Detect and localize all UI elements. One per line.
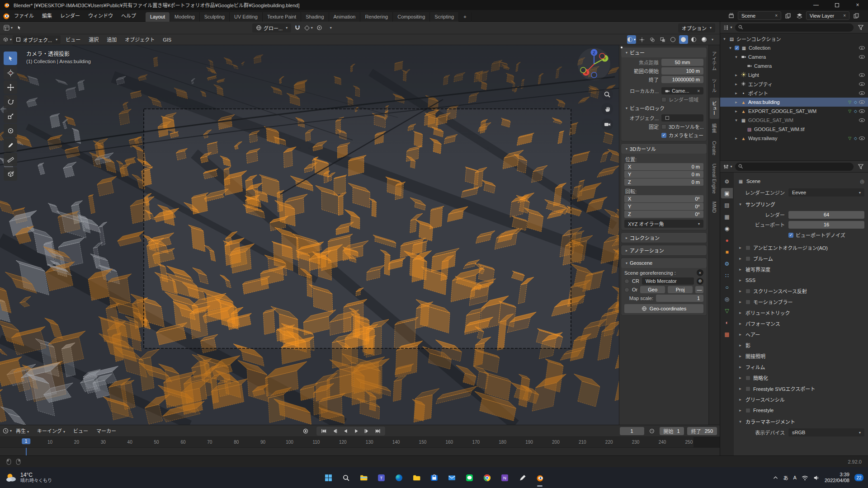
editor-type-icon[interactable]: ▾: [3, 35, 12, 44]
map-scale-field[interactable]: 1: [656, 295, 703, 302]
cursor-rotation-z-field[interactable]: Z0°: [624, 211, 703, 218]
collections-header[interactable]: ▸コレクション: [621, 233, 707, 243]
caret-down-icon[interactable]: ▾: [734, 55, 739, 59]
prop-section-9[interactable]: ▸影: [738, 340, 864, 351]
clip-start-field[interactable]: 100 m: [661, 67, 703, 75]
tool-measure[interactable]: [4, 153, 17, 166]
outliner-search-input[interactable]: [735, 23, 854, 32]
axis-y-neg-ball[interactable]: [580, 67, 586, 73]
properties-tab-output[interactable]: ▤: [721, 200, 733, 210]
timeline-menu-2[interactable]: ビュー: [69, 427, 92, 436]
pan-hand-button[interactable]: [601, 103, 613, 115]
origin-radio[interactable]: [624, 287, 629, 292]
previous-keyframe-button[interactable]: [330, 427, 340, 435]
lock-object-field[interactable]: [661, 114, 703, 122]
outliner-row-1[interactable]: ▾✓▦Collection: [720, 43, 868, 52]
outliner-row-7[interactable]: ▸▲Areas:building▽◇: [720, 98, 868, 107]
mode-dropdown[interactable]: オブジェク...▾: [13, 35, 61, 44]
workspace-tab-uv-editing[interactable]: UV Editing: [230, 12, 263, 22]
visibility-eye-icon[interactable]: [859, 118, 865, 122]
render-region-checkbox[interactable]: [661, 97, 666, 102]
caret-down-icon[interactable]: ▾: [722, 37, 727, 41]
sidebar-tab-3[interactable]: 編集: [710, 120, 719, 136]
workspace-tab-shading[interactable]: Shading: [301, 12, 329, 22]
visibility-eye-icon[interactable]: [859, 91, 865, 95]
local-camera-field[interactable]: Came...×: [661, 87, 703, 94]
visibility-eye-icon[interactable]: [859, 55, 865, 59]
frame-end-field[interactable]: 終了250: [687, 427, 717, 435]
properties-editor-icon[interactable]: ▾: [723, 162, 732, 171]
view-lock-header[interactable]: ▾ビューのロック: [621, 103, 707, 113]
use-preview-range-icon[interactable]: [647, 427, 656, 435]
taskbar-icon-chrome[interactable]: [481, 472, 492, 483]
filter-funnel-icon[interactable]: [856, 162, 865, 171]
camera-to-view-checkbox[interactable]: ✓: [661, 133, 666, 138]
options-dropdown[interactable]: オプション▾: [678, 23, 715, 33]
section-checkbox[interactable]: [745, 386, 750, 391]
caret-right-icon[interactable]: ▸: [734, 100, 739, 104]
taskbar-icon-folder[interactable]: [411, 472, 422, 483]
notification-badge[interactable]: 22: [854, 474, 863, 481]
object-visibility-dropdown[interactable]: ▾: [627, 35, 636, 44]
prop-section-14[interactable]: ▸グリースペンシル: [738, 394, 864, 405]
visibility-eye-icon[interactable]: [859, 73, 865, 77]
visibility-eye-icon[interactable]: [859, 82, 865, 86]
xray-toggle-icon[interactable]: [658, 35, 667, 44]
unlink-scene-icon[interactable]: ×: [775, 13, 778, 18]
outliner-row-3[interactable]: Camera: [720, 61, 868, 70]
speaker-icon[interactable]: [813, 475, 820, 481]
topbar-menu-4[interactable]: ヘルプ: [117, 11, 140, 20]
cursor-location-y-field[interactable]: Y0 m: [624, 171, 703, 178]
tool-transform[interactable]: [4, 124, 17, 137]
new-scene-icon[interactable]: [783, 11, 793, 20]
camera-view-button[interactable]: [601, 118, 613, 130]
navigation-gizmo[interactable]: Z Y X: [577, 47, 611, 81]
zoom-button[interactable]: [601, 89, 613, 100]
prop-section-6[interactable]: ▸ボリューメトリック: [738, 307, 864, 318]
cursor-3d-header[interactable]: ▾3Dカーソル: [621, 144, 707, 154]
render-engine-dropdown[interactable]: Eevee▾: [788, 188, 864, 197]
view-layer-selector[interactable]: View Layer×: [806, 11, 849, 20]
viewport-menu-3[interactable]: オブジェクト: [121, 35, 159, 44]
taskbar-icon-windows-start[interactable]: [323, 472, 334, 483]
properties-tab-render[interactable]: ▣: [721, 188, 733, 198]
caret-right-icon[interactable]: ▸: [734, 91, 739, 95]
clear-georef-button[interactable]: ×: [697, 269, 703, 276]
properties-tab-modifiers[interactable]: ⚙: [721, 258, 733, 269]
active-tool-icon[interactable]: [14, 23, 24, 32]
proportional-dropdown[interactable]: ▾: [326, 23, 335, 32]
prop-section-0[interactable]: ▸アンビエントオクルージョン(AO): [738, 242, 864, 253]
maximize-button[interactable]: [826, 0, 847, 10]
outliner-row-10[interactable]: ▨GOOGLE_SAT_WM.tif: [720, 125, 868, 134]
sidebar-tab-5[interactable]: Unreal Engine: [710, 160, 718, 197]
crs-radio[interactable]: [624, 279, 629, 284]
outliner-row-11[interactable]: ▸▲Ways:railway▽◇: [720, 134, 868, 143]
sidebar-tab-0[interactable]: アイテム: [710, 48, 719, 74]
crs-settings-gear-icon[interactable]: ⚙: [697, 278, 703, 285]
ime-alpha-icon[interactable]: A: [793, 475, 797, 480]
prop-section-4[interactable]: ▸スクリーンスペース反射: [738, 286, 864, 296]
prop-section-13[interactable]: ▸Freestyle SVGエクスポート: [738, 383, 864, 394]
prop-section-7[interactable]: ▸パフォーマンス: [738, 318, 864, 329]
tool-scale[interactable]: [4, 109, 17, 123]
geo-coordinates-button[interactable]: Geo-coordinates: [624, 304, 703, 313]
collection-checkbox[interactable]: ✓: [735, 46, 739, 50]
workspace-tab-compositing[interactable]: Compositing: [393, 12, 430, 22]
tool-select-box[interactable]: [4, 52, 17, 65]
viewport-menu-1[interactable]: 選択: [85, 35, 103, 44]
topbar-menu-2[interactable]: レンダー: [56, 11, 84, 20]
wifi-icon[interactable]: [802, 475, 808, 481]
section-checkbox[interactable]: [745, 300, 750, 305]
axis-x-neg-ball[interactable]: [599, 53, 605, 59]
caret-down-icon[interactable]: ▾: [734, 118, 739, 122]
close-button[interactable]: ×: [847, 0, 868, 10]
geo-button[interactable]: Geo: [640, 286, 665, 293]
workspace-tab-animation[interactable]: Animation: [329, 12, 361, 22]
viewport-menu-4[interactable]: GIS: [159, 35, 175, 44]
sampling-render-field[interactable]: 64: [788, 211, 864, 219]
prop-section-5[interactable]: ▸モーションブラー: [738, 296, 864, 307]
workspace-tab-scripting[interactable]: Scripting: [430, 12, 459, 22]
shading-material-icon[interactable]: [689, 35, 698, 44]
rotation-mode-dropdown[interactable]: XYZ オイラー角▾: [624, 220, 703, 228]
visibility-eye-icon[interactable]: [859, 109, 865, 113]
